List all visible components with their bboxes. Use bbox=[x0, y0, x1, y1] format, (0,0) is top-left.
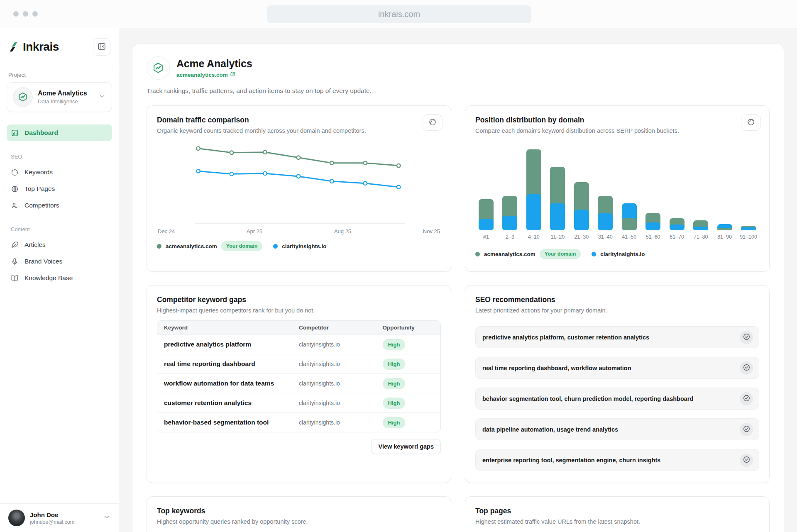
card-subtitle: Highest estimated traffic value URLs fro… bbox=[475, 518, 759, 525]
sidebar-item-competitors[interactable]: Competitors bbox=[7, 197, 112, 214]
bar-group bbox=[477, 147, 495, 230]
recommendation-text: predictive analytics platform, customer … bbox=[482, 334, 649, 341]
bar-segment bbox=[479, 219, 494, 230]
legend-competitor-label: clarityinsights.io bbox=[600, 251, 645, 257]
check-circle-icon bbox=[743, 425, 751, 434]
opportunity-badge: High bbox=[383, 359, 406, 370]
nav-label: Top Pages bbox=[24, 185, 55, 193]
recommendation-row: enterprise reporting tool, segmentation … bbox=[475, 449, 759, 471]
recommendation-row: data pipeline automation, usage trend an… bbox=[475, 418, 759, 440]
bar-segment bbox=[717, 228, 732, 230]
legend-primary-label: acmeanalytics.com bbox=[166, 243, 217, 249]
mark-done-button[interactable] bbox=[740, 331, 753, 344]
page-description: Track rankings, traffic patterns, and ac… bbox=[147, 87, 770, 95]
domain-link[interactable]: acmeanalytics.com bbox=[176, 71, 235, 78]
gap-keyword: real time reporting dashboard bbox=[164, 360, 299, 368]
gap-keyword: customer retention analytics bbox=[164, 399, 299, 407]
nav-label: Articles bbox=[24, 241, 46, 249]
keyword-gap-row: workflow automation for data teamsclarit… bbox=[157, 373, 440, 393]
app-logo: Inkrais bbox=[8, 40, 59, 54]
x-tick-label: Aug 25 bbox=[334, 228, 351, 234]
keyword-gap-row: behavior-based segmentation toolclarityi… bbox=[157, 412, 440, 432]
bar-segment bbox=[622, 218, 637, 230]
sidebar-item-brand-voices[interactable]: Brand Voices bbox=[7, 253, 112, 270]
nav-label: Competitors bbox=[24, 202, 59, 209]
nav-label: Brand Voices bbox=[24, 258, 62, 265]
x-tick-label: Dec 24 bbox=[158, 228, 175, 234]
chevron-down-icon bbox=[103, 513, 110, 522]
data-point bbox=[263, 172, 267, 176]
feather-icon bbox=[11, 241, 19, 249]
card-subtitle: Latest prioritized actions for your prim… bbox=[475, 307, 759, 314]
bar-category-label: 31–40 bbox=[596, 234, 614, 240]
project-subtitle: Data Intelligence bbox=[38, 98, 87, 105]
recommendations-list: predictive analytics platform, customer … bbox=[475, 326, 759, 471]
bar-segment bbox=[526, 194, 541, 230]
external-link-icon bbox=[230, 71, 235, 78]
sidebar-item-articles[interactable]: Articles bbox=[7, 237, 112, 253]
gap-competitor: clarityinsights.io bbox=[299, 341, 383, 348]
data-point bbox=[196, 169, 200, 173]
window-dot[interactable] bbox=[32, 11, 38, 17]
data-point bbox=[330, 161, 334, 165]
mark-done-button[interactable] bbox=[740, 361, 753, 375]
x-tick-label: Apr 25 bbox=[247, 228, 262, 234]
gap-competitor: clarityinsights.io bbox=[299, 361, 383, 367]
mark-done-button[interactable] bbox=[740, 392, 753, 405]
divider bbox=[0, 64, 119, 64]
chart-legend: acmeanalytics.com Your domain clarityins… bbox=[157, 241, 441, 251]
project-section-label: Project bbox=[8, 72, 110, 78]
window-dot[interactable] bbox=[23, 11, 28, 17]
mark-done-button[interactable] bbox=[740, 454, 753, 467]
dashboard-panel: Acme Analytics acmeanalytics.com Track r… bbox=[132, 44, 784, 532]
card-keyword-gaps: Competitor keyword gaps Highest-impact q… bbox=[147, 285, 451, 483]
bar-category-label: 21–30 bbox=[572, 234, 591, 240]
bar-category-label: 41–50 bbox=[620, 234, 638, 240]
sidebar-item-keywords[interactable]: Keywords bbox=[7, 164, 112, 181]
sidebar-collapse-button[interactable] bbox=[93, 38, 110, 56]
card-seo-recommendations: SEO recommendations Latest prioritized a… bbox=[465, 285, 770, 483]
avatar bbox=[8, 510, 25, 526]
legend-dot-competitor bbox=[592, 252, 596, 256]
sidebar-item-top-pages[interactable]: Top Pages bbox=[7, 181, 112, 197]
table-header: Keyword Competitor Opportunity bbox=[157, 321, 440, 334]
panel-left-icon bbox=[97, 42, 106, 52]
card-title: Domain traffic comparison bbox=[157, 116, 441, 124]
recommendation-row: real time reporting dashboard, workflow … bbox=[475, 357, 759, 379]
recommendation-row: predictive analytics platform, customer … bbox=[475, 326, 759, 348]
card-position-distribution: Position distribution by domain Compare … bbox=[465, 105, 770, 272]
bar-category-label: 51–60 bbox=[644, 234, 662, 240]
sidebar-section-label: SEO bbox=[11, 154, 108, 160]
bar-segment bbox=[693, 227, 708, 230]
mic-icon bbox=[11, 258, 19, 266]
keyword-gap-row: customer retention analyticsclarityinsig… bbox=[157, 393, 440, 412]
card-title: Top keywords bbox=[157, 507, 441, 515]
x-tick-label: Nov 25 bbox=[423, 228, 440, 234]
bar-group bbox=[525, 147, 543, 230]
bar-segment bbox=[502, 216, 517, 230]
recommendation-text: real time reporting dashboard, workflow … bbox=[482, 365, 631, 371]
project-selector[interactable]: Acme Analytics Data Intelligence bbox=[7, 82, 112, 112]
user-menu[interactable]: John Doe johndoe@mail.com bbox=[0, 503, 119, 532]
sidebar-item-dashboard[interactable]: Dashboard bbox=[7, 124, 112, 141]
bar-category-label: 4–10 bbox=[525, 234, 543, 240]
sidebar: Inkrais Project Acme Analytics bbox=[0, 28, 119, 532]
globe-action-button[interactable] bbox=[741, 114, 761, 131]
users-check-icon bbox=[11, 202, 19, 210]
recommendation-row: behavior segmentation tool, churn predic… bbox=[475, 388, 759, 410]
chart-column-icon bbox=[11, 129, 19, 137]
view-keyword-gaps-button[interactable]: View keyword gaps bbox=[371, 439, 441, 454]
your-domain-badge: Your domain bbox=[221, 241, 262, 251]
card-top-keywords: Top keywords Highest opportunity queries… bbox=[147, 496, 451, 532]
globe-icon bbox=[428, 118, 437, 127]
card-subtitle: Highest opportunity queries ranked by op… bbox=[157, 518, 441, 525]
logo-text: Inkrais bbox=[23, 40, 59, 54]
url-bar[interactable]: inkrais.com bbox=[267, 5, 531, 23]
window-dot[interactable] bbox=[13, 11, 19, 17]
data-point bbox=[364, 161, 367, 165]
legend-dot-competitor bbox=[273, 244, 278, 249]
mark-done-button[interactable] bbox=[740, 423, 753, 436]
globe-action-button[interactable] bbox=[423, 114, 443, 131]
recommendation-text: data pipeline automation, usage trend an… bbox=[482, 426, 618, 433]
sidebar-item-knowledge-base[interactable]: Knowledge Base bbox=[7, 270, 112, 286]
